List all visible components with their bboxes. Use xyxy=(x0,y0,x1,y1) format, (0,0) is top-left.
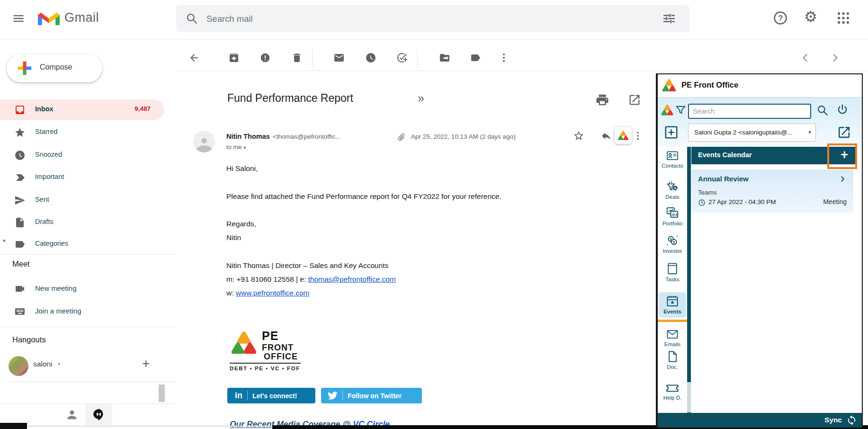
hangouts-scrollbar[interactable] xyxy=(159,384,165,402)
pe-front-office-panel: PE Front Office xyxy=(656,73,863,428)
hangouts-scroll-area xyxy=(10,382,176,404)
hangouts-user-name: saloni xyxy=(33,360,53,368)
sync-bar: Sync xyxy=(658,413,862,428)
signature-web: w: www.pefrontoffice.com xyxy=(226,289,309,297)
new-hangout-plus-icon[interactable]: + xyxy=(142,356,150,371)
settings-gear-icon[interactable]: ⚙ xyxy=(804,8,817,26)
gmail-logo-icon[interactable] xyxy=(38,10,60,27)
help-icon[interactable]: ? xyxy=(773,10,788,26)
compose-button[interactable]: Compose xyxy=(7,54,102,82)
twitter-button[interactable]: Follow on Twitter xyxy=(321,388,422,403)
sync-label[interactable]: Sync xyxy=(824,416,842,424)
sidebar-item-new-meeting[interactable]: New meeting xyxy=(0,278,164,299)
more-options-icon[interactable] xyxy=(498,52,510,63)
pe-panel-title: PE Front Office xyxy=(681,80,738,89)
rail-item-deals[interactable]: $ Deals xyxy=(658,179,687,200)
sidebar-item-categories[interactable]: ▾ Categories xyxy=(0,234,164,253)
important-label-icon[interactable]: » xyxy=(418,91,424,105)
pe-front-office-extension-button[interactable] xyxy=(615,127,632,144)
rail-item-portfolio[interactable]: Portfolio xyxy=(658,206,687,226)
sidebar-item-join-meeting[interactable]: Join a meeting xyxy=(0,301,164,322)
add-contact-icon[interactable] xyxy=(663,125,679,140)
account-selector-dropdown[interactable]: Saloni Gupta 2 <saloniguptaiis@... ▾ xyxy=(688,124,816,142)
rail-item-investor[interactable]: $$ Investor xyxy=(658,233,687,254)
search-input[interactable] xyxy=(206,5,648,33)
newer-email-chevron-icon[interactable] xyxy=(799,52,812,64)
linkedin-label: Let's connect! xyxy=(252,392,297,400)
event-card[interactable]: Annual Review Teams 27 Apr 2022 - 04:30 … xyxy=(691,170,853,213)
archive-icon[interactable] xyxy=(228,52,240,63)
pe-signature-logo-icon xyxy=(230,330,258,355)
hamburger-menu-icon[interactable] xyxy=(10,12,27,25)
rail-item-tasks[interactable]: Tasks xyxy=(658,261,687,282)
contacts-tab-icon[interactable] xyxy=(65,408,79,421)
sidebar-item-sent[interactable]: Sent xyxy=(0,190,164,211)
open-in-new-icon[interactable] xyxy=(628,93,641,107)
sender-name[interactable]: Nitin Thomas xyxy=(226,133,270,140)
sidebar-item-drafts[interactable]: Drafts xyxy=(0,212,164,233)
expand-caret-icon[interactable]: ▾ xyxy=(3,238,6,244)
google-apps-grid-icon[interactable] xyxy=(836,11,850,25)
search-icon[interactable] xyxy=(186,12,198,25)
signature-email-link[interactable]: thomas@pefrontoffice.com xyxy=(308,275,396,283)
sidebar-item-important[interactable]: Important xyxy=(0,167,164,188)
add-to-tasks-icon[interactable] xyxy=(396,52,408,63)
mark-unread-icon[interactable] xyxy=(333,52,345,63)
reply-icon[interactable] xyxy=(600,130,612,142)
power-logout-icon[interactable] xyxy=(836,103,849,116)
rail-item-emails[interactable]: Emails xyxy=(658,328,687,347)
search-bar[interactable] xyxy=(176,5,689,32)
sidebar-item-snoozed[interactable]: Snoozed xyxy=(0,145,164,166)
panel-scrollbar-thumb[interactable] xyxy=(687,382,691,412)
email-subject: Fund Performance Report xyxy=(227,92,353,105)
sidebar-item-inbox[interactable]: Inbox 9,487 xyxy=(0,99,164,120)
compose-label: Compose xyxy=(40,63,72,72)
sender-avatar[interactable] xyxy=(193,131,215,152)
print-icon[interactable] xyxy=(595,93,609,107)
star-outline-icon[interactable] xyxy=(573,130,584,142)
back-button-icon[interactable] xyxy=(188,52,200,63)
message-more-icon[interactable] xyxy=(633,131,643,141)
rail-item-helpdesk[interactable]: Help D. xyxy=(658,382,687,401)
delete-icon[interactable] xyxy=(291,52,303,63)
topbar-divider xyxy=(0,39,868,40)
move-to-icon[interactable] xyxy=(439,52,450,63)
avatar[interactable] xyxy=(9,356,28,376)
pe-logo-text-front: FRONT xyxy=(262,343,294,353)
rail-item-documents[interactable]: Doc. xyxy=(658,349,687,370)
svg-text:?: ? xyxy=(778,14,783,23)
hangouts-user-caret-icon[interactable]: ▾ xyxy=(58,361,61,367)
email-date: Apr 25, 2022, 10:13 AM (2 days ago) xyxy=(411,133,516,140)
to-me-caret-icon[interactable]: ▾ xyxy=(243,145,246,150)
important-marker-icon xyxy=(14,172,26,183)
older-email-chevron-icon[interactable] xyxy=(829,52,841,64)
event-title[interactable]: Annual Review xyxy=(698,175,749,183)
search-options-icon[interactable] xyxy=(663,12,675,25)
email-body-line: Please find attached the Fund Performanc… xyxy=(226,192,501,201)
sync-refresh-icon[interactable] xyxy=(846,415,857,426)
to-me-row[interactable]: to me ▾ xyxy=(226,143,246,151)
pe-search-input[interactable] xyxy=(688,104,811,119)
filter-funnel-icon[interactable] xyxy=(675,104,687,116)
linkedin-button[interactable]: in Let's connect! xyxy=(227,388,315,403)
videocam-icon xyxy=(14,283,26,295)
pe-open-external-icon[interactable] xyxy=(837,125,851,140)
email-body-name: Nitin xyxy=(226,233,241,242)
rail-item-events[interactable]: Events xyxy=(658,294,687,314)
event-chevron-icon[interactable] xyxy=(838,175,847,183)
signature-web-link[interactable]: www.pefrontoffice.com xyxy=(236,289,310,297)
snooze-icon[interactable] xyxy=(365,52,376,63)
pe-search-icon[interactable] xyxy=(816,104,829,116)
panel-scrollbar-track[interactable] xyxy=(687,147,691,413)
pe-mini-logo-icon[interactable] xyxy=(661,104,674,116)
hangouts-tab[interactable] xyxy=(85,404,112,425)
inbox-count-badge: 9,487 xyxy=(134,105,151,112)
hangouts-user-row[interactable]: saloni ▾ + xyxy=(0,354,170,379)
sidebar-item-starred[interactable]: Starred xyxy=(0,122,164,143)
report-spam-icon[interactable] xyxy=(260,52,271,63)
rail-item-contacts[interactable]: Contacts xyxy=(658,149,687,169)
toolbar-separator xyxy=(417,49,418,67)
send-icon xyxy=(14,195,26,206)
sender-row: Nitin Thomas<thomas@pefrontoffic... xyxy=(226,132,341,141)
labels-icon[interactable] xyxy=(470,52,481,63)
